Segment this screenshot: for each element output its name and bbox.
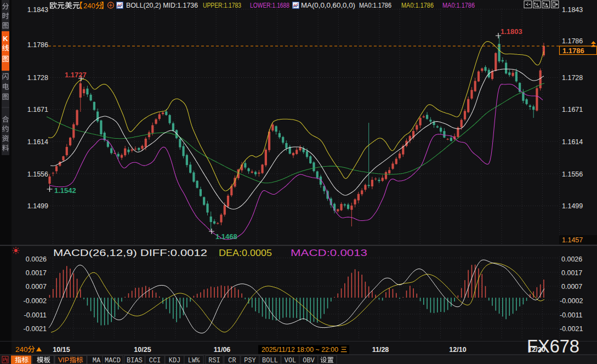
svg-text:BIAS: BIAS [127,357,143,364]
svg-text:-0.0021: -0.0021 [24,325,47,333]
svg-text:UPPER:1.1783: UPPER:1.1783 [203,2,241,9]
svg-text:-0.0002: -0.0002 [24,297,47,305]
svg-text:1.1542: 1.1542 [54,186,76,195]
svg-text:1.1786: 1.1786 [27,41,48,49]
svg-text:0.0026: 0.0026 [26,255,47,263]
svg-text:1.1727: 1.1727 [65,71,87,79]
svg-text:RSI: RSI [208,357,220,364]
svg-text:BOLL(20,2) MID:1.1736: BOLL(20,2) MID:1.1736 [126,2,198,9]
svg-text:1.1499: 1.1499 [562,202,583,210]
svg-text:1.1457: 1.1457 [562,236,583,244]
svg-text:1.1468: 1.1468 [215,232,237,241]
svg-text:10/15: 10/15 [53,346,70,354]
svg-text:OBV: OBV [303,357,315,364]
svg-text:1.1671: 1.1671 [27,106,48,113]
svg-text:0.0007: 0.0007 [561,283,582,291]
svg-text:LW%: LW% [188,357,200,364]
svg-text:1.1671: 1.1671 [562,106,583,113]
svg-text:1.1786: 1.1786 [562,37,583,45]
svg-text:-0.0011: -0.0011 [560,311,583,319]
svg-text:MA0:1.1786: MA0:1.1786 [401,2,434,9]
svg-text:BOLL: BOLL [262,357,278,364]
svg-text:-0.0011: -0.0011 [24,311,47,319]
svg-text:KDJ: KDJ [169,357,181,364]
svg-text:0.0017: 0.0017 [561,269,582,277]
svg-text:1.1843: 1.1843 [562,6,583,14]
svg-text:1.1499: 1.1499 [27,202,48,210]
svg-text:1.1728: 1.1728 [27,74,48,82]
svg-text:MA: MA [93,357,101,364]
svg-text:0.0026: 0.0026 [561,255,582,263]
svg-text:1.1843: 1.1843 [27,6,48,14]
svg-text:0.0017: 0.0017 [26,269,47,277]
svg-text:240: 240 [15,345,28,354]
svg-text:MACD: MACD [105,357,121,364]
svg-text:240: 240 [83,2,95,10]
svg-text:1.1728: 1.1728 [562,74,583,82]
svg-text:VIP: VIP [58,356,69,364]
svg-text:1.1614: 1.1614 [562,138,583,146]
svg-text:-0.0021: -0.0021 [560,325,583,333]
svg-text:10/25: 10/25 [134,346,151,354]
svg-text:PSY: PSY [244,357,256,364]
svg-text:1.1803: 1.1803 [501,27,522,36]
svg-text:1.1614: 1.1614 [27,138,48,146]
svg-text:11/06: 11/06 [214,346,231,354]
svg-text:MA0:1.1786: MA0:1.1786 [359,2,391,9]
svg-text:K: K [3,35,8,43]
svg-text:FX678: FX678 [527,336,579,356]
svg-text:0.0007: 0.0007 [26,283,47,291]
svg-text:MA(0,0,0,60,0,0): MA(0,0,0,60,0,0) [301,2,355,9]
svg-text:LOWER:1.1688: LOWER:1.1688 [250,2,289,9]
svg-text:MA0:1.1786: MA0:1.1786 [442,2,475,9]
svg-text:-0.0002: -0.0002 [560,297,583,305]
svg-text:DEA:0.0005: DEA:0.0005 [219,248,272,258]
svg-text:MACD:0.0013: MACD:0.0013 [291,248,367,258]
svg-text:12/10: 12/10 [449,346,466,354]
svg-text:MACD(26,12,9) DIFF:0.0012: MACD(26,12,9) DIFF:0.0012 [53,248,207,258]
svg-text:CR: CR [228,357,236,364]
svg-text:2025/11/12 18:00 ~ 22:00: 2025/11/12 18:00 ~ 22:00 [261,346,338,354]
svg-text:1.1786: 1.1786 [562,47,584,55]
svg-text:1.1556: 1.1556 [562,170,583,178]
svg-text:11/28: 11/28 [372,346,389,354]
svg-text:VOL: VOL [285,357,297,364]
svg-text:CCI: CCI [149,357,161,364]
svg-text:1.1556: 1.1556 [27,170,48,178]
